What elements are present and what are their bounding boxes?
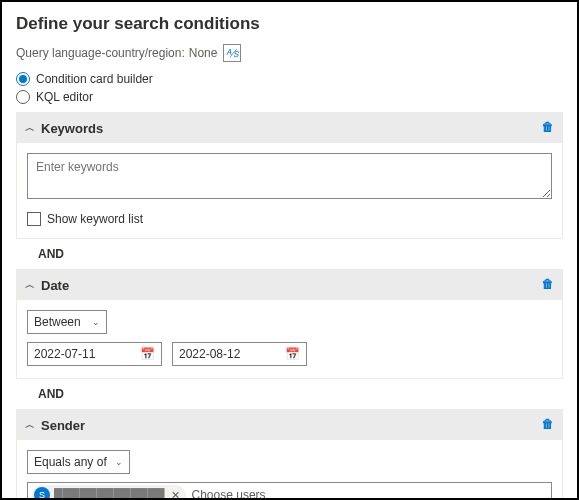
section-sender-title: Sender	[41, 418, 85, 433]
section-date-body: Between ⌄ 2022-07-11 📅 2022-08-12 📅	[17, 300, 562, 378]
chevron-down-icon: ⌄	[115, 457, 123, 467]
section-date-header[interactable]: ︿ Date 🗑	[17, 270, 562, 300]
user-chip-text: █████████████	[54, 488, 165, 500]
mode-builder-label: Condition card builder	[36, 72, 153, 86]
close-icon: ✕	[171, 489, 180, 501]
trash-icon: 🗑	[542, 277, 554, 291]
date-operator-select[interactable]: Between ⌄	[27, 310, 107, 334]
section-date: ︿ Date 🗑 Between ⌄ 2022-07-11 📅 2022-08-…	[16, 269, 563, 379]
delete-keywords-button[interactable]: 🗑	[542, 120, 554, 134]
avatar: S	[34, 487, 50, 500]
remove-chip-button[interactable]: ✕	[171, 489, 180, 501]
date-range-row: 2022-07-11 📅 2022-08-12 📅	[27, 342, 552, 366]
trash-icon: 🗑	[542, 120, 554, 134]
query-mode-group: Condition card builder KQL editor	[16, 72, 563, 104]
chevron-up-icon: ︿	[25, 418, 35, 432]
sender-users-input[interactable]: S █████████████ ✕ Choose users	[27, 482, 552, 500]
chevron-up-icon: ︿	[25, 278, 35, 292]
date-start-input[interactable]: 2022-07-11 📅	[27, 342, 162, 366]
show-keyword-list-label: Show keyword list	[47, 212, 143, 226]
show-keyword-list-row[interactable]: Show keyword list	[27, 212, 552, 226]
section-date-title: Date	[41, 278, 69, 293]
date-operator-value: Between	[34, 315, 81, 329]
date-end-value: 2022-08-12	[179, 347, 240, 361]
page-title: Define your search conditions	[16, 14, 563, 34]
query-locale-row: Query language-country/region: None ⅍	[16, 44, 563, 62]
delete-sender-button[interactable]: 🗑	[542, 417, 554, 431]
connector-and-1: AND	[16, 239, 563, 269]
sender-operator-value: Equals any of	[34, 455, 107, 469]
section-sender: ︿ Sender 🗑 Equals any of ⌄ S ███████████…	[16, 409, 563, 500]
mode-kql-radio[interactable]: KQL editor	[16, 90, 563, 104]
search-conditions-panel: Define your search conditions Query lang…	[0, 0, 579, 500]
connector-and-2: AND	[16, 379, 563, 409]
section-sender-body: Equals any of ⌄ S █████████████ ✕ Choose…	[17, 440, 562, 500]
sender-operator-select[interactable]: Equals any of ⌄	[27, 450, 130, 474]
calendar-icon: 📅	[140, 347, 155, 361]
choose-users-placeholder: Choose users	[192, 488, 266, 500]
date-end-input[interactable]: 2022-08-12 📅	[172, 342, 307, 366]
section-keywords-header[interactable]: ︿ Keywords 🗑	[17, 113, 562, 143]
query-locale-label: Query language-country/region:	[16, 46, 185, 60]
user-chip: S █████████████ ✕	[32, 485, 186, 500]
chevron-down-icon: ⌄	[92, 317, 100, 327]
locale-edit-button[interactable]: ⅍	[223, 44, 241, 62]
radio-icon	[16, 72, 30, 86]
calendar-icon: 📅	[285, 347, 300, 361]
mode-kql-label: KQL editor	[36, 90, 93, 104]
section-keywords: ︿ Keywords 🗑 Show keyword list	[16, 112, 563, 239]
chevron-up-icon: ︿	[25, 121, 35, 135]
section-sender-header[interactable]: ︿ Sender 🗑	[17, 410, 562, 440]
trash-icon: 🗑	[542, 417, 554, 431]
globe-icon: ⅍	[226, 47, 239, 60]
mode-builder-radio[interactable]: Condition card builder	[16, 72, 563, 86]
date-start-value: 2022-07-11	[34, 347, 95, 361]
keywords-input[interactable]	[27, 153, 552, 199]
query-locale-value: None	[189, 46, 218, 60]
delete-date-button[interactable]: 🗑	[542, 277, 554, 291]
checkbox-icon	[27, 212, 41, 226]
radio-icon	[16, 90, 30, 104]
section-keywords-body: Show keyword list	[17, 143, 562, 238]
section-keywords-title: Keywords	[41, 121, 103, 136]
